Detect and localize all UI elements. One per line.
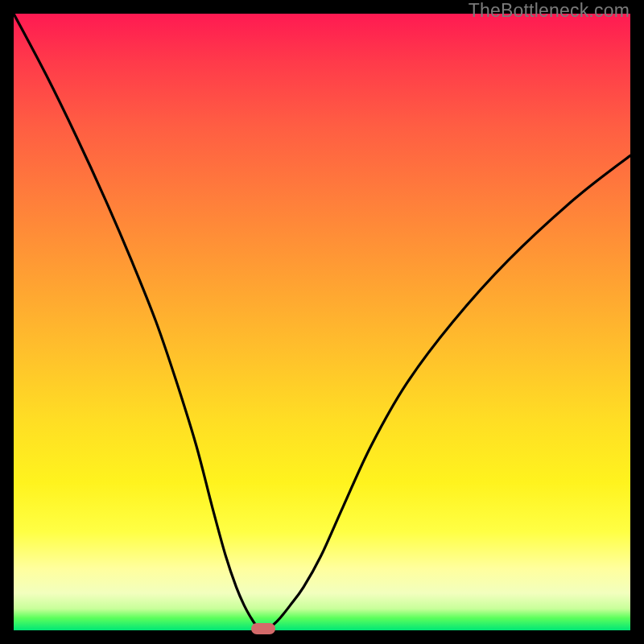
chart-frame: TheBottleneck.com	[0, 0, 644, 644]
curve-right-branch	[268, 155, 630, 629]
curve-left-branch	[14, 14, 259, 629]
minimum-marker	[251, 623, 275, 634]
attribution-text: TheBottleneck.com	[469, 0, 630, 22]
bottleneck-curve	[14, 14, 630, 630]
plot-area	[14, 14, 630, 630]
